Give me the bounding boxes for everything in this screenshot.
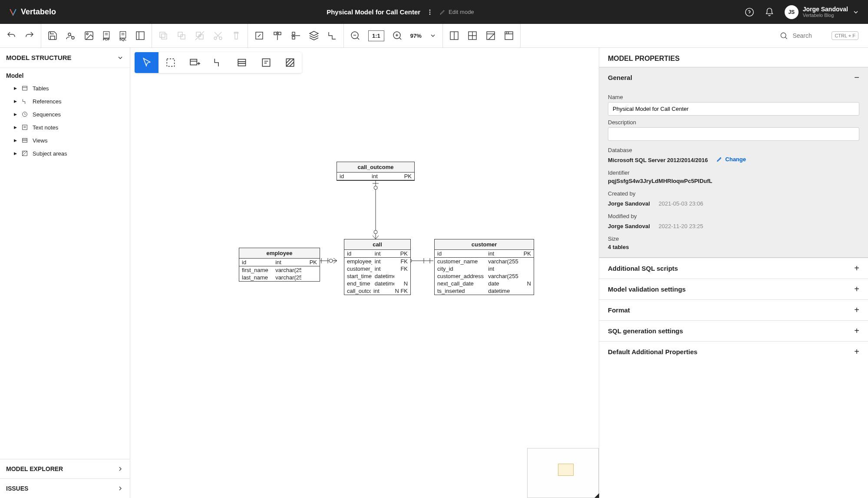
add-ref-icon: [213, 57, 224, 68]
svg-point-7: [86, 33, 88, 35]
svg-rect-17: [160, 32, 165, 37]
svg-line-52: [785, 37, 787, 39]
model-explorer-head[interactable]: MODEL EXPLORER: [0, 459, 130, 478]
view-hatch-icon[interactable]: [485, 30, 496, 41]
description-input[interactable]: [608, 127, 859, 141]
add-note-tool[interactable]: [254, 52, 278, 73]
sql-button[interactable]: SQL: [119, 30, 127, 41]
tree-tables[interactable]: ▶Tables: [6, 82, 124, 95]
db-value: Microsoft SQL Server 2012/2014/2016: [608, 157, 708, 163]
add-view-tool[interactable]: [230, 52, 254, 73]
cursor-icon: [141, 57, 152, 68]
svg-rect-59: [23, 138, 27, 142]
reference-icon: [21, 98, 28, 105]
zoom-out-icon[interactable]: [350, 30, 360, 41]
search-hint: CTRL + F: [832, 31, 858, 40]
minimap-resize-icon[interactable]: ◢: [594, 491, 599, 498]
model-structure-head[interactable]: MODEL STRUCTURE: [0, 48, 130, 68]
minimap[interactable]: ◢: [527, 448, 599, 498]
svg-rect-30: [292, 37, 295, 39]
logo[interactable]: Vertabelo: [9, 7, 56, 17]
search-input[interactable]: [792, 32, 827, 39]
id-value: pqjSsfgS4w3JryLdMHRIoqwPc5PIDufL: [608, 178, 859, 184]
redo-icon[interactable]: [24, 30, 35, 41]
entity-call[interactable]: call idintPK employee_iintFK customer_ii…: [344, 239, 411, 295]
svg-line-64: [23, 151, 25, 153]
search-icon[interactable]: [779, 31, 788, 40]
tree-subjectareas[interactable]: ▶Subject areas: [6, 147, 124, 160]
duplicate-icon[interactable]: [176, 30, 187, 41]
topbar-center: Physical Model for Call Center Edit mode: [56, 8, 745, 16]
rp-title: MODEL PROPERTIES: [599, 48, 868, 67]
image-icon[interactable]: [84, 30, 94, 41]
rp-general: General − Name Description Database Micr…: [599, 67, 868, 258]
search-group: CTRL + F: [770, 31, 868, 40]
view-window-icon[interactable]: [504, 30, 514, 41]
marquee-icon: [165, 57, 176, 68]
table-icon: [21, 85, 28, 92]
view-icon: [21, 137, 28, 144]
zoom-ratio[interactable]: 1:1: [368, 30, 384, 41]
svg-point-0: [429, 10, 431, 11]
marquee-tool[interactable]: [158, 52, 182, 73]
change-db-link[interactable]: Change: [716, 156, 746, 163]
rp-sql-scripts: Additional SQL scripts+: [599, 258, 868, 279]
route-icon[interactable]: [327, 30, 337, 41]
entity-employee[interactable]: employee idintPK first_namevarchar(255) …: [239, 248, 320, 282]
tree-views[interactable]: ▶Views: [6, 134, 124, 147]
expand-icon: +: [854, 263, 859, 273]
tree-textnotes[interactable]: ▶Text notes: [6, 121, 124, 134]
panel-icon[interactable]: [135, 30, 145, 41]
tree-sequences[interactable]: ▶Sequences: [6, 108, 124, 121]
topbar-right: JS Jorge Sandoval Vertabelo Blog: [745, 5, 859, 19]
copy-icon[interactable]: [158, 30, 168, 41]
add-table-tool[interactable]: [182, 52, 206, 73]
entity-call-outcome[interactable]: call_outcome idintPK: [337, 162, 415, 181]
rp-validation: Model validation settings+: [599, 279, 868, 299]
issues-head[interactable]: ISSUES: [0, 478, 130, 498]
pdf-button[interactable]: PDF: [102, 30, 111, 41]
collapse-icon: −: [854, 73, 859, 83]
undo-icon[interactable]: [6, 30, 17, 41]
minimap-viewport[interactable]: [558, 464, 574, 476]
cut-icon[interactable]: [213, 30, 223, 41]
menu-dots-icon[interactable]: [426, 9, 433, 16]
tree-references[interactable]: ▶References: [6, 95, 124, 108]
help-icon[interactable]: [745, 7, 754, 17]
add-area-tool[interactable]: [278, 52, 302, 73]
layers-icon[interactable]: [309, 30, 319, 41]
align-h-icon[interactable]: [272, 30, 283, 41]
select-tool[interactable]: [135, 52, 158, 73]
entity-customer[interactable]: customer idintPK customer_namevarchar(25…: [434, 239, 534, 295]
share-icon[interactable]: [66, 30, 76, 41]
canvas-toolbar: [135, 52, 302, 73]
svg-point-91: [374, 230, 377, 234]
rp-format: Format+: [599, 299, 868, 320]
zoom-pct[interactable]: 97%: [410, 33, 422, 39]
rp-sql-gen: SQL generation settings+: [599, 320, 868, 341]
expand-icon: +: [854, 326, 859, 336]
delete-icon[interactable]: [231, 30, 241, 41]
paste-icon[interactable]: [195, 30, 205, 41]
view-grid-icon[interactable]: [467, 30, 478, 41]
toolbar: PDF SQL 1:1 97% CTRL + F: [0, 24, 868, 48]
left-panel: MODEL STRUCTURE Model ▶Tables ▶Reference…: [0, 48, 130, 498]
svg-rect-73: [262, 59, 270, 66]
user-menu[interactable]: JS Jorge Sandoval Vertabelo Blog: [785, 5, 859, 19]
expand-icon[interactable]: [254, 30, 264, 41]
bell-icon[interactable]: [765, 7, 774, 17]
rp-general-head[interactable]: General −: [599, 67, 868, 88]
edit-mode[interactable]: Edit mode: [439, 9, 474, 15]
logo-icon: [9, 8, 17, 17]
name-input[interactable]: [608, 102, 859, 116]
align-v-icon[interactable]: [290, 30, 301, 41]
zoom-in-icon[interactable]: [392, 30, 403, 41]
svg-rect-27: [278, 32, 281, 35]
zoom-chevron-icon[interactable]: [429, 32, 436, 39]
canvas[interactable]: call_outcome idintPK employee idintPK fi…: [130, 48, 599, 498]
svg-point-51: [781, 33, 786, 38]
view-split-icon[interactable]: [449, 30, 459, 41]
svg-line-63: [23, 151, 27, 156]
add-ref-tool[interactable]: [206, 52, 230, 73]
save-icon[interactable]: [47, 30, 58, 41]
